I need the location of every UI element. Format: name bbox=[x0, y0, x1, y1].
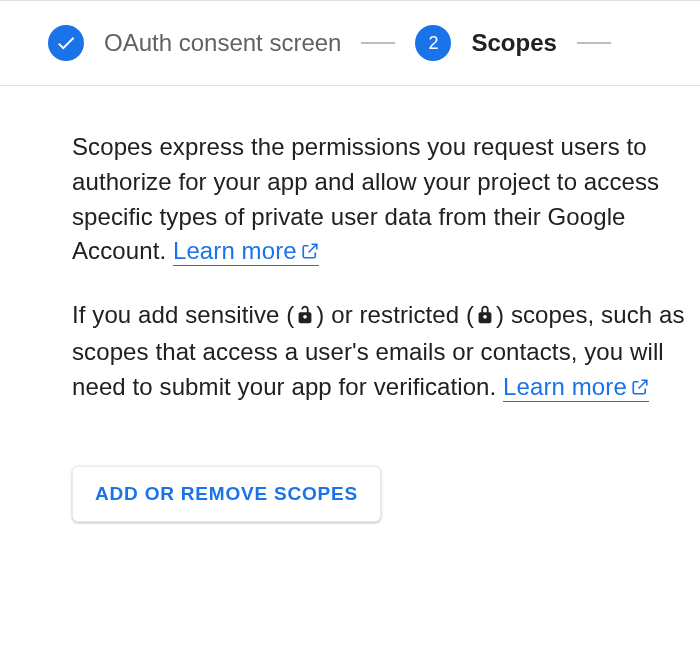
text: ) or restricted ( bbox=[316, 301, 474, 328]
step-connector bbox=[577, 42, 611, 44]
check-icon bbox=[48, 25, 84, 61]
sensitive-scopes-description: If you add sensitive () or restricted ()… bbox=[72, 298, 700, 405]
text: Scopes express the permissions you reque… bbox=[72, 133, 659, 264]
lock-open-icon bbox=[294, 300, 316, 335]
external-link-icon bbox=[631, 371, 649, 406]
learn-more-link[interactable]: Learn more bbox=[173, 237, 319, 266]
add-or-remove-scopes-button[interactable]: ADD OR REMOVE SCOPES bbox=[72, 466, 381, 522]
step-number-icon: 2 bbox=[415, 25, 451, 61]
text: If you add sensitive ( bbox=[72, 301, 294, 328]
step-scopes[interactable]: 2 Scopes bbox=[415, 25, 556, 61]
stepper: OAuth consent screen 2 Scopes bbox=[0, 1, 700, 86]
step-label: OAuth consent screen bbox=[104, 29, 341, 57]
content-area: Scopes express the permissions you reque… bbox=[0, 86, 700, 522]
step-oauth-consent[interactable]: OAuth consent screen bbox=[48, 25, 341, 61]
learn-more-link[interactable]: Learn more bbox=[503, 373, 649, 402]
lock-closed-icon bbox=[474, 300, 496, 335]
step-label: Scopes bbox=[471, 29, 556, 57]
scopes-description: Scopes express the permissions you reque… bbox=[72, 130, 700, 270]
step-connector bbox=[361, 42, 395, 44]
external-link-icon bbox=[301, 235, 319, 270]
